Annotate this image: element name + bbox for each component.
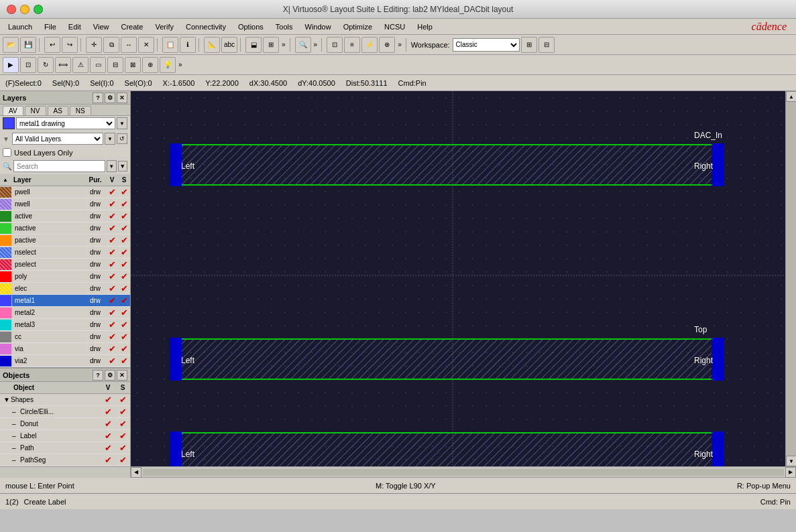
layer-visible-check[interactable]: ✔ — [106, 320, 118, 330]
tb-route[interactable]: ⬓ — [245, 37, 262, 53]
object-selectable-check[interactable]: ✔ — [115, 431, 130, 441]
layer-visible-check[interactable]: ✔ — [106, 235, 118, 245]
layers-tab-nv[interactable]: NV — [25, 106, 46, 115]
layer-dropdown-arrow[interactable]: ▼ — [117, 117, 127, 129]
tb2-rect[interactable]: ▭ — [90, 57, 106, 73]
menu-ncsu[interactable]: NCSU — [379, 21, 410, 32]
layer-row[interactable]: nselectdrw✔✔ — [0, 247, 130, 259]
search-more[interactable]: ▼ — [118, 161, 128, 172]
layer-row[interactable]: ccdrw✔✔ — [0, 331, 130, 343]
layer-row[interactable]: metal2drw✔✔ — [0, 307, 130, 319]
tb2-warn[interactable]: ⚠ — [72, 57, 89, 73]
tb-save[interactable]: 💾 — [20, 37, 36, 53]
layer-selectable-check[interactable]: ✔ — [118, 308, 130, 318]
menu-connectivity[interactable]: Connectivity — [180, 21, 231, 32]
col-layer-header[interactable]: Layer — [11, 176, 84, 184]
layer-row[interactable]: activedrw✔✔ — [0, 210, 130, 222]
object-visible-check[interactable]: ✔ — [101, 431, 115, 441]
tb-more3[interactable]: » — [396, 41, 403, 48]
menu-tools[interactable]: Tools — [270, 21, 298, 32]
layer-row[interactable]: via2drw✔✔ — [0, 355, 130, 367]
scroll-right-arrow[interactable]: ▶ — [785, 467, 796, 478]
menu-options[interactable]: Options — [233, 21, 269, 32]
scroll-track-horizontal[interactable] — [143, 469, 784, 476]
layer-selectable-check[interactable]: ✔ — [118, 235, 130, 245]
tb2-snap2[interactable]: ⊟ — [107, 57, 123, 73]
tb-more2[interactable]: » — [312, 41, 319, 48]
layer-selectable-check[interactable]: ✔ — [118, 295, 130, 306]
tb-redo[interactable]: ↪ — [62, 37, 78, 53]
menu-window[interactable]: Window — [300, 21, 337, 32]
layer-visible-check[interactable]: ✔ — [106, 356, 118, 366]
window-controls[interactable] — [7, 5, 43, 14]
close-button[interactable] — [7, 5, 16, 14]
layer-visible-check[interactable]: ✔ — [106, 211, 118, 221]
layer-visible-check[interactable]: ✔ — [106, 187, 118, 197]
workspace-select[interactable]: Classic — [453, 38, 520, 52]
bottom-scrollbar[interactable]: ◀ ▶ — [0, 466, 796, 477]
layer-selectable-check[interactable]: ✔ — [118, 271, 130, 281]
layer-row[interactable]: nactivedrw✔✔ — [0, 222, 130, 235]
used-layers-checkbox[interactable] — [3, 148, 11, 157]
layer-visible-check[interactable]: ✔ — [106, 283, 118, 293]
object-selectable-check[interactable]: ✔ — [115, 407, 130, 417]
tb-ws1[interactable]: ⊞ — [521, 37, 537, 53]
tb-ws2[interactable]: ⊟ — [538, 37, 555, 53]
object-expand-icon[interactable]: ▼ — [3, 396, 11, 403]
minimize-button[interactable] — [20, 5, 30, 14]
menu-help[interactable]: Help — [412, 21, 438, 32]
object-visible-check[interactable]: ✔ — [101, 407, 115, 417]
menu-create[interactable]: Create — [115, 21, 148, 32]
tb-move[interactable]: ✛ — [86, 37, 102, 53]
tb-ruler[interactable]: 📐 — [204, 37, 220, 53]
tb2-rotate[interactable]: ↻ — [38, 57, 54, 73]
objects-help-button[interactable]: ? — [93, 370, 103, 381]
object-visible-check[interactable]: ✔ — [101, 443, 115, 453]
layer-visible-check[interactable]: ✔ — [106, 295, 118, 306]
layer-visible-check[interactable]: ✔ — [106, 271, 118, 281]
menu-file[interactable]: File — [39, 21, 62, 32]
layer-visible-check[interactable]: ✔ — [106, 308, 118, 318]
search-options[interactable]: ▼ — [107, 160, 117, 172]
col-v-header[interactable]: V — [106, 176, 118, 184]
layer-selectable-check[interactable]: ✔ — [118, 356, 130, 366]
layer-visible-check[interactable]: ✔ — [106, 223, 118, 233]
tb-hier[interactable]: ⊡ — [327, 37, 343, 53]
layer-row[interactable]: polydrw✔✔ — [0, 271, 130, 283]
tb-copy[interactable]: ⧉ — [103, 37, 119, 53]
layer-selectable-check[interactable]: ✔ — [118, 199, 130, 209]
tb-info[interactable]: ℹ — [180, 37, 196, 53]
col-s-header[interactable]: S — [118, 176, 130, 184]
object-visible-check[interactable]: ✔ — [101, 455, 115, 465]
tb-abc[interactable]: abc — [221, 37, 237, 53]
layer-selectable-check[interactable]: ✔ — [118, 187, 130, 197]
layer-row[interactable]: pwelldrw✔✔ — [0, 186, 130, 198]
object-visible-check[interactable]: ✔ — [101, 395, 115, 405]
layer-row[interactable]: viadrw✔✔ — [0, 343, 130, 355]
layer-visible-check[interactable]: ✔ — [106, 199, 118, 209]
layer-selectable-check[interactable]: ✔ — [118, 320, 130, 330]
scroll-left-arrow[interactable]: ◀ — [131, 467, 141, 478]
object-selectable-check[interactable]: ✔ — [115, 455, 130, 465]
tb-net[interactable]: ⚡ — [361, 37, 378, 53]
menu-verify[interactable]: Verify — [150, 21, 179, 32]
tb-inst[interactable]: ≡ — [344, 37, 360, 53]
layer-row[interactable]: metal3drw✔✔ — [0, 319, 130, 331]
tb2-mirror[interactable]: ⟺ — [55, 57, 71, 73]
layer-visible-check[interactable]: ✔ — [106, 247, 118, 257]
layer-selectable-check[interactable]: ✔ — [118, 247, 130, 257]
layers-search-input[interactable] — [13, 160, 105, 172]
menu-view[interactable]: View — [88, 21, 115, 32]
maximize-button[interactable] — [34, 5, 43, 14]
scroll-track-vertical[interactable] — [786, 102, 796, 456]
layer-row[interactable]: pselectdrw✔✔ — [0, 259, 130, 271]
canvas-area[interactable]: Left Right DAC_In Left Right Top Left — [131, 91, 785, 466]
tb-delete[interactable]: ✕ — [138, 37, 154, 53]
tb2-light[interactable]: 💡 — [160, 57, 176, 73]
object-row[interactable]: –PathSeg✔✔ — [0, 454, 130, 466]
object-row[interactable]: –Path✔✔ — [0, 442, 130, 454]
valid-layers-select[interactable]: All Valid Layers — [12, 133, 103, 145]
tb2-area[interactable]: ⊡ — [20, 57, 36, 73]
layer-visible-check[interactable]: ✔ — [106, 344, 118, 354]
layer-selectable-check[interactable]: ✔ — [118, 259, 130, 269]
